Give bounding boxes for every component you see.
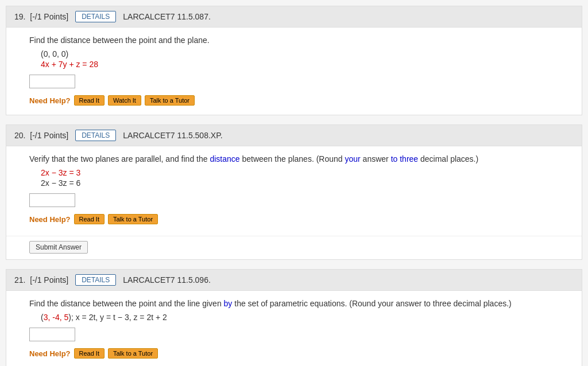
read-it-button-21[interactable]: Read It [74, 348, 105, 359]
math-line-20-1: 2x − 3z = 3 [41, 168, 570, 177]
question-header-20: 20. [-/1 Points] DETAILS LARCALCET7 11.5… [6, 125, 582, 146]
question-instruction-19: Find the distance between the point and … [29, 36, 570, 45]
details-button-19[interactable]: DETAILS [75, 11, 116, 22]
question-code-21: LARCALCET7 11.5.096. [123, 275, 211, 285]
answer-input-21[interactable] [29, 328, 75, 341]
question-header-21: 21. [-/1 Points] DETAILS LARCALCET7 11.5… [6, 270, 582, 291]
need-help-row-19: Need Help? Read It Watch It Talk to a Tu… [29, 95, 570, 106]
question-body-20: Verify that the two planes are parallel,… [6, 146, 582, 233]
question-block-21: 21. [-/1 Points] DETAILS LARCALCET7 11.5… [6, 269, 582, 366]
question-instruction-20: Verify that the two planes are parallel,… [29, 154, 570, 163]
need-help-label-19: Need Help? [29, 96, 71, 105]
answer-input-20[interactable] [29, 193, 75, 207]
question-code-20: LARCALCET7 11.5.508.XP. [123, 131, 222, 140]
answer-input-19[interactable] [29, 75, 75, 88]
submit-row-20: Submit Answer [6, 236, 582, 259]
question-code-19: LARCALCET7 11.5.087. [123, 12, 211, 21]
question-header-19: 19. [-/1 Points] DETAILS LARCALCET7 11.5… [6, 6, 582, 28]
question-number-19: 19. [-/1 Points] [14, 12, 68, 21]
need-help-row-20: Need Help? Read It Talk to a Tutor [29, 214, 570, 224]
read-it-button-19[interactable]: Read It [74, 95, 105, 106]
question-block-20: 20. [-/1 Points] DETAILS LARCALCET7 11.5… [6, 124, 582, 260]
need-help-label-21: Need Help? [29, 349, 71, 358]
details-button-20[interactable]: DETAILS [75, 130, 116, 141]
question-body-19: Find the distance between the point and … [6, 28, 582, 115]
details-button-21[interactable]: DETAILS [75, 274, 116, 286]
question-number-21: 21. [-/1 Points] [14, 275, 68, 285]
math-line-21-1: (3, -4, 5); x = 2t, y = t − 3, z = 2t + … [41, 313, 570, 322]
talk-to-tutor-button-20[interactable]: Talk to a Tutor [108, 214, 158, 224]
need-help-row-21: Need Help? Read It Talk to a Tutor [29, 348, 570, 359]
question-block-19: 19. [-/1 Points] DETAILS LARCALCET7 11.5… [6, 6, 582, 115]
question-instruction-21: Find the distance between the point and … [29, 299, 570, 308]
need-help-label-20: Need Help? [29, 215, 71, 224]
submit-button-20[interactable]: Submit Answer [29, 241, 88, 254]
math-line-20-2: 2x − 3z = 6 [41, 178, 570, 188]
question-body-21: Find the distance between the point and … [6, 291, 582, 366]
read-it-button-20[interactable]: Read It [74, 214, 105, 224]
watch-it-button-19[interactable]: Watch It [108, 95, 141, 106]
talk-to-tutor-button-19[interactable]: Talk to a Tutor [145, 95, 195, 106]
talk-to-tutor-button-21[interactable]: Talk to a Tutor [108, 348, 158, 359]
math-line-19-1: (0, 0, 0) [41, 49, 570, 59]
math-line-19-2: 4x + 7y + z = 28 [41, 60, 570, 69]
question-number-20: 20. [-/1 Points] [14, 131, 68, 140]
page-container: 19. [-/1 Points] DETAILS LARCALCET7 11.5… [0, 0, 588, 366]
